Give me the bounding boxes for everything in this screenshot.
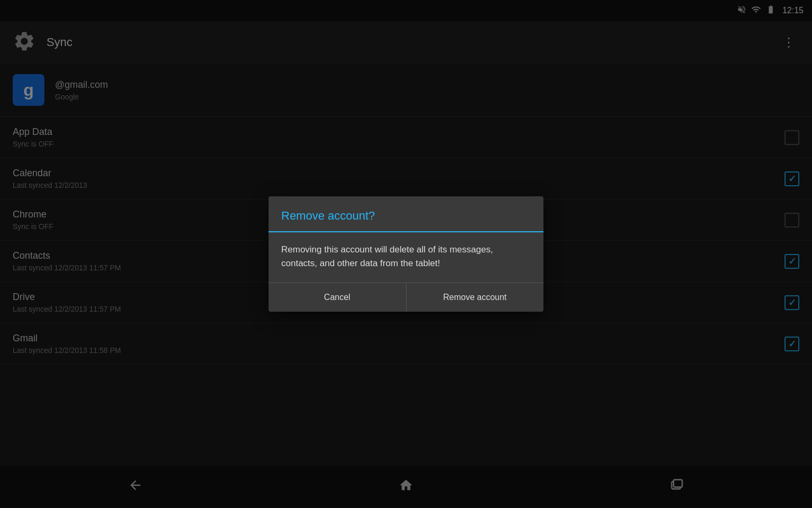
dialog-buttons: Cancel Remove account bbox=[269, 283, 543, 312]
dialog-overlay: Remove account? Removing this account wi… bbox=[0, 0, 812, 508]
remove-account-button[interactable]: Remove account bbox=[407, 283, 544, 312]
dialog-message: Removing this account will delete all of… bbox=[269, 232, 543, 283]
dialog-title: Remove account? bbox=[269, 196, 543, 232]
cancel-button[interactable]: Cancel bbox=[269, 283, 407, 312]
remove-account-dialog: Remove account? Removing this account wi… bbox=[269, 196, 543, 312]
